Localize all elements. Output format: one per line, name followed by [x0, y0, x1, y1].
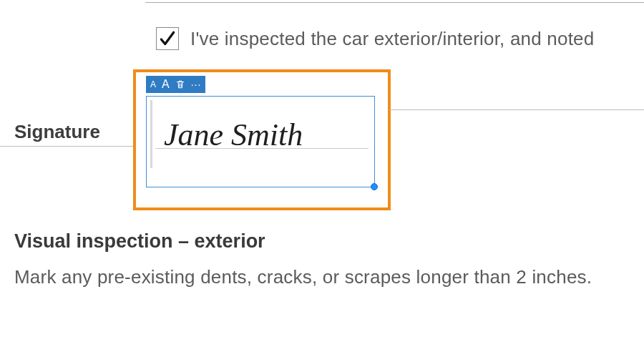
- inspection-checkbox-row: I've inspected the car exterior/interior…: [156, 27, 644, 50]
- inspection-checkbox[interactable]: [156, 27, 179, 50]
- signature-toolbar: A A ···: [146, 76, 205, 93]
- signature-line-right: [389, 109, 644, 110]
- font-decrease-button[interactable]: A: [150, 79, 156, 89]
- resize-handle[interactable]: [371, 183, 378, 190]
- signature-input-frame[interactable]: Jane Smith: [146, 96, 375, 187]
- signature-field-highlight: A A ··· Jane Smith: [133, 69, 391, 210]
- signature-line-left: [0, 146, 134, 147]
- signature-value: Jane Smith: [164, 117, 303, 153]
- font-increase-button[interactable]: A: [162, 78, 170, 91]
- more-options-button[interactable]: ···: [191, 79, 202, 89]
- signature-row: Signature A A ··· Jane Smith: [0, 69, 644, 212]
- text-cursor-margin: [150, 100, 152, 168]
- section-body: Mark any pre-existing dents, cracks, or …: [14, 266, 592, 288]
- field-divider: [145, 0, 644, 3]
- check-icon: [158, 29, 177, 48]
- inspection-checkbox-label: I've inspected the car exterior/interior…: [190, 28, 594, 50]
- signature-label: Signature: [14, 121, 100, 143]
- section-heading: Visual inspection – exterior: [14, 230, 265, 253]
- trash-icon: [175, 79, 185, 89]
- delete-button[interactable]: [175, 79, 185, 89]
